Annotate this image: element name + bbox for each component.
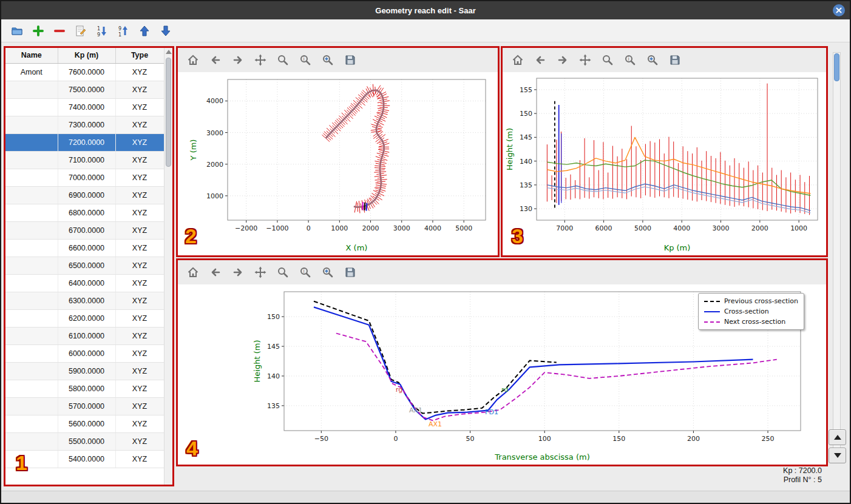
sort-descending-button[interactable]: 91 [115,22,132,39]
home-icon [187,266,199,278]
home-button[interactable] [510,52,526,68]
table-row[interactable]: 6200.0000XYZ [5,309,164,327]
table-row[interactable]: 6400.0000XYZ [5,274,164,292]
svg-text:Transverse abscissa (m): Transverse abscissa (m) [494,452,590,462]
table-row[interactable]: 5900.0000XYZ [5,362,164,380]
table-row[interactable]: 5500.0000XYZ [5,432,164,450]
plan-view-canvas[interactable]: −2000−1000010002000300040005000100020003… [178,72,498,255]
table-cell: 5600.0000 [58,415,115,432]
table-cell [5,116,58,133]
save-button[interactable] [342,52,358,68]
legend-entry: Cross-section [704,306,798,317]
table-scrollbar[interactable] [164,48,172,485]
table-row[interactable]: 7200.0000XYZ [5,133,164,151]
scroll-up-icon[interactable] [166,50,172,54]
save-button[interactable] [342,264,358,280]
edit-profile-button[interactable] [72,22,89,39]
table-row[interactable]: 7100.0000XYZ [5,151,164,169]
column-header[interactable]: Kp (m) [58,48,115,63]
move-down-button[interactable] [157,22,174,39]
zoom-info-icon: i [624,54,636,66]
add-profile-button[interactable] [30,22,47,39]
table-cell: 6900.0000 [58,186,115,204]
back-button[interactable] [532,52,548,68]
open-button[interactable] [8,22,25,39]
close-button[interactable] [833,4,845,16]
window-scrollbar-thumb[interactable] [834,53,839,81]
profiles-table: NameKp (m)Type Amont7600.0000XYZ7500.000… [5,48,164,468]
back-button[interactable] [208,52,223,68]
table-row[interactable]: 7500.0000XYZ [5,81,164,98]
table-row[interactable]: 6100.0000XYZ [5,327,164,344]
longitudinal-canvas[interactable]: 7000600050004000300020001000130135140145… [503,72,826,255]
zoom-icon [277,54,289,66]
annotation-number-4: 4 [186,437,198,460]
column-header[interactable]: Type [115,48,164,63]
zoom-plus-button[interactable] [320,264,336,280]
table-row[interactable]: 5700.0000XYZ [5,397,164,415]
pan-icon [579,54,591,66]
table-cell [5,380,58,397]
next-profile-button[interactable] [829,448,846,463]
forward-icon [232,266,244,278]
titlebar[interactable]: Geometry reach edit - Saar [1,1,850,19]
table-cell: XYZ [115,257,164,274]
svg-text:7000: 7000 [556,224,573,232]
zoom-info-button[interactable]: i [297,52,313,68]
window-scrollbar[interactable] [833,52,841,462]
table-row[interactable]: 7400.0000XYZ [5,98,164,116]
table-row[interactable]: Amont7600.0000XYZ [5,63,164,81]
table-cell: 7200.0000 [58,133,115,151]
forward-button[interactable] [230,264,246,280]
zoom-button[interactable] [275,52,291,68]
table-row[interactable]: 6000.0000XYZ [5,344,164,362]
svg-text:−1000: −1000 [266,224,288,232]
home-button[interactable] [185,264,201,280]
zoom-plus-button[interactable] [320,52,336,68]
column-header[interactable]: Name [5,48,58,63]
zoom-info-button[interactable]: i [297,264,313,280]
zoom-button[interactable] [600,52,615,68]
table-row[interactable]: 5800.0000XYZ [5,380,164,397]
svg-text:i: i [303,269,305,274]
save-icon [669,54,681,66]
table-cell: XYZ [115,169,164,186]
window-title: Geometry reach edit - Saar [375,6,475,15]
home-button[interactable] [185,52,201,68]
table-cell [5,292,58,309]
svg-text:AX1: AX1 [429,420,442,428]
pan-button[interactable] [253,52,268,68]
forward-button[interactable] [230,52,246,68]
table-row[interactable]: 7300.0000XYZ [5,116,164,133]
table-cell: XYZ [115,133,164,151]
table-row[interactable]: 5600.0000XYZ [5,415,164,432]
move-up-button[interactable] [136,22,153,39]
forward-button[interactable] [555,52,571,68]
pan-button[interactable] [577,52,593,68]
pan-button[interactable] [253,264,268,280]
zoom-info-button[interactable]: i [622,52,638,68]
previous-profile-button[interactable] [829,429,846,445]
save-button[interactable] [667,52,683,68]
zoom-button[interactable] [275,264,291,280]
table-row[interactable]: 6500.0000XYZ [5,257,164,274]
svg-text:1000: 1000 [790,224,807,232]
table-row[interactable]: 5400.0000XYZ [5,450,164,468]
table-row[interactable]: 6300.0000XYZ [5,292,164,309]
table-row[interactable]: 6800.0000XYZ [5,204,164,221]
table-row[interactable]: 6600.0000XYZ [5,239,164,257]
table-row[interactable]: 6900.0000XYZ [5,186,164,204]
delete-profile-button[interactable] [51,22,68,39]
svg-text:9: 9 [118,26,121,32]
back-button[interactable] [208,264,223,280]
table-cell [5,257,58,274]
table-cell [5,169,58,186]
table-row[interactable]: 6700.0000XYZ [5,221,164,239]
zoom-plus-button[interactable] [645,52,660,68]
svg-text:135: 135 [267,402,280,410]
svg-text:4000: 4000 [424,224,441,232]
svg-text:Y (m): Y (m) [189,139,198,161]
table-scrollbar-thumb[interactable] [166,58,171,167]
table-row[interactable]: 7000.0000XYZ [5,169,164,186]
sort-ascending-button[interactable]: 19 [93,22,110,39]
